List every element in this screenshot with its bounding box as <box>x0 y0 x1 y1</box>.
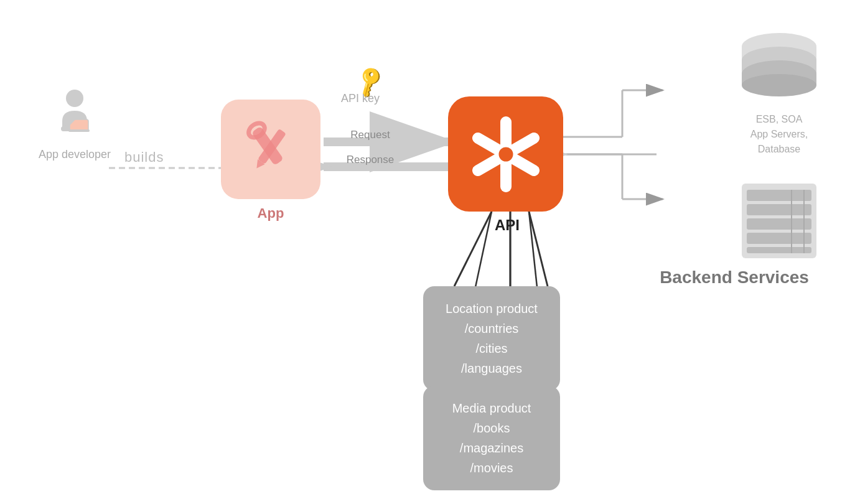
svg-rect-45 <box>747 247 811 253</box>
app-tools-icon <box>233 112 308 187</box>
database-icon-section: ESB, SOA App Servers, Database <box>736 31 823 157</box>
location-product-box: Location product /countries /cities /lan… <box>423 286 560 391</box>
api-box <box>448 96 563 212</box>
diagram-container: Request Response <box>0 0 860 504</box>
svg-rect-43 <box>747 218 811 230</box>
svg-point-32 <box>497 146 515 163</box>
media-product-title: Media product <box>452 401 531 415</box>
svg-rect-44 <box>747 233 811 244</box>
media-product-books: /books <box>474 421 510 435</box>
svg-rect-41 <box>747 190 811 201</box>
database-icon <box>736 31 823 106</box>
svg-point-39 <box>742 74 816 96</box>
svg-line-17 <box>529 212 548 286</box>
location-product-title: Location product <box>446 302 538 315</box>
api-label: API <box>488 217 526 234</box>
server-rack-section <box>736 180 823 261</box>
app-developer-section: App developer <box>25 87 124 161</box>
location-product-countries: /countries <box>465 322 519 335</box>
server-icon <box>736 180 823 261</box>
svg-rect-42 <box>747 204 811 215</box>
app-label: App <box>246 205 296 222</box>
media-product-box: Media product /books /magazines /movies <box>423 386 560 490</box>
media-product-magazines: /magazines <box>460 441 523 455</box>
svg-text:Request: Request <box>350 129 390 141</box>
backend-services-label: Backend Services <box>660 268 809 287</box>
api-logo-icon <box>465 114 546 195</box>
svg-rect-24 <box>68 129 90 132</box>
media-product-movies: /movies <box>470 461 513 475</box>
app-box <box>221 100 320 199</box>
builds-label: builds <box>124 149 164 166</box>
location-product-languages: /languages <box>461 362 522 375</box>
svg-text:Response: Response <box>347 154 395 166</box>
esb-label: ESB, SOA App Servers, Database <box>750 112 808 157</box>
svg-point-21 <box>66 90 83 107</box>
location-product-cities: /cities <box>475 342 507 355</box>
developer-icon <box>50 87 100 143</box>
api-key-label: API key <box>341 92 380 105</box>
svg-line-15 <box>454 212 492 286</box>
developer-label: App developer <box>39 148 111 161</box>
